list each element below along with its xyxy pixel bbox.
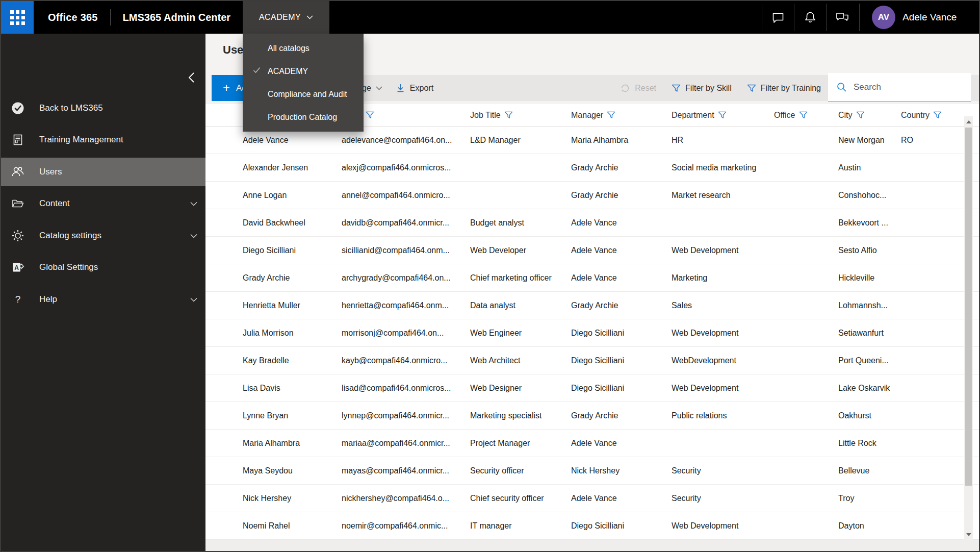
cell-job-title: Web Architect (470, 356, 571, 365)
feedback-button[interactable] (826, 1, 858, 34)
sidebar-item-label: Catalog settings (39, 231, 101, 241)
catalog-option-label: Production Catalog (268, 113, 337, 122)
chevron-down-icon (190, 231, 197, 240)
column-header-office[interactable]: Office (774, 111, 838, 120)
sidebar-item-global-settings[interactable]: A Global Settings (1, 253, 205, 282)
filter-icon[interactable] (799, 111, 808, 119)
cell-manager: Diego Sicilliani (571, 384, 672, 393)
search-input[interactable] (853, 82, 971, 93)
avatar[interactable]: AV (872, 6, 895, 29)
cell-job-title: L&D Manager (470, 136, 571, 145)
cell-name: Noemi Rahel (243, 521, 342, 531)
cell-manager: Grady Archie (571, 191, 672, 200)
sidebar-item-users[interactable]: Users (1, 158, 205, 186)
avatar-initials: AV (878, 12, 889, 22)
top-bar: Office 365 LMS365 Admin Center ACADEMY A… (1, 1, 979, 34)
filter-icon[interactable] (718, 111, 727, 119)
admin-app-icon: A (10, 260, 25, 275)
folder-icon (10, 196, 25, 211)
catalog-selector-button[interactable]: ACADEMY (243, 1, 329, 34)
filter-icon[interactable] (933, 111, 942, 119)
user-name[interactable]: Adele Vance (902, 1, 957, 34)
topbar-divider (859, 4, 860, 31)
app-title[interactable]: LMS365 Admin Center (123, 12, 231, 23)
cell-department: Security (672, 494, 774, 503)
cell-city: Bekkevoort ... (838, 218, 901, 228)
filter-icon[interactable] (607, 111, 615, 119)
table-row[interactable]: Anne Loganannel@compafi464.onmicro...Gra… (205, 182, 979, 209)
app-launcher-button[interactable] (1, 1, 34, 34)
cell-email: sicillianid@compafi464.onm... (342, 246, 470, 255)
catalog-option-academy[interactable]: ACADEMY (243, 60, 364, 83)
office365-label[interactable]: Office 365 (48, 12, 98, 23)
scrollbar-thumb[interactable] (965, 128, 972, 486)
sidebar-item-back-to-lms365[interactable]: Back to LMS365 (1, 94, 205, 122)
table-row[interactable]: Lisa Davislisad@compafi464.onmicros...We… (205, 374, 979, 402)
table-row[interactable]: David Backwheeldavidb@compafi464.onmicr.… (205, 209, 979, 237)
search-icon (836, 82, 847, 93)
catalog-option-label: ACADEMY (268, 67, 308, 76)
cell-name: Grady Archie (243, 273, 342, 283)
sidebar-item-training-management[interactable]: Training Management (1, 126, 205, 154)
catalog-option-production-catalog[interactable]: Production Catalog (243, 106, 364, 129)
table-row[interactable]: Henrietta Mullerhenrietta@compafi464.onm… (205, 292, 979, 319)
scroll-up-button[interactable] (964, 117, 973, 126)
filter-icon[interactable] (856, 111, 865, 119)
table-row[interactable]: Lynne Bryanlynnep@compafi464.onmicr...Ma… (205, 402, 979, 430)
filter-icon[interactable] (366, 111, 374, 119)
column-header-job-title[interactable]: Job Title (470, 111, 571, 120)
cell-department: Social media marketing (672, 163, 774, 172)
table-row[interactable]: Noemi Rahelnoemir@compafi464.onmic...IT … (205, 512, 979, 540)
table-row[interactable]: Maya Seydoumayas@compafi464.onmicr...Sec… (205, 457, 979, 485)
table-row[interactable]: Kay Bradellekayb@compafi464.onmicro...We… (205, 347, 979, 374)
catalog-option-compliance-and-audit[interactable]: Compliance and Audit (243, 83, 364, 106)
cell-city: Bellevue (838, 466, 901, 475)
filter-by-training-button[interactable]: Filter by Training (747, 84, 821, 93)
notifications-button[interactable] (794, 1, 826, 34)
sidebar-item-help[interactable]: ? Help (1, 285, 205, 314)
cell-name: Kay Bradelle (243, 356, 342, 365)
column-header-label: Country (901, 111, 930, 120)
users-table: NameEmailJob TitleManagerDepartmentOffic… (205, 104, 979, 540)
cell-city: Troy (838, 494, 901, 503)
chat-icon (771, 10, 785, 24)
export-button[interactable]: Export (396, 83, 433, 93)
table-row[interactable]: Alexander Jensenalexj@compafi464.onmicro… (205, 154, 979, 182)
table-row[interactable]: Julia Morrisonmorrisonj@compafi464.on...… (205, 319, 979, 347)
cell-name: Nick Hershey (243, 494, 342, 503)
cell-country: RO (901, 136, 965, 145)
table-row[interactable]: Diego Sicillianisicillianid@compafi464.o… (205, 237, 979, 264)
catalog-option-all-catalogs[interactable]: All catalogs (243, 37, 364, 60)
chat-button[interactable] (762, 1, 794, 34)
cell-email: alexj@compafi464.onmicros... (342, 163, 470, 172)
column-header-label: Department (672, 111, 714, 120)
sidebar-item-catalog-settings[interactable]: Catalog settings (1, 221, 205, 250)
table-row[interactable]: Maria Alhambramariaa@compafi464.onmicr..… (205, 430, 979, 457)
sidebar-item-content[interactable]: Content (1, 189, 205, 218)
horizontal-scrollbar-track[interactable] (205, 540, 979, 551)
cell-city: Hickleville (838, 273, 901, 283)
column-header-country[interactable]: Country (901, 111, 965, 120)
table-row[interactable]: Grady Archiearchygrady@compafi464.on...C… (205, 264, 979, 292)
column-header-manager[interactable]: Manager (571, 111, 672, 120)
cell-job-title: IT manager (470, 521, 571, 531)
filter-by-skill-button[interactable]: Filter by Skill (672, 84, 732, 93)
cell-city: Oakhurst (838, 411, 901, 420)
cell-manager: Adele Vance (571, 246, 672, 255)
cell-manager: Diego Sicilliani (571, 521, 672, 531)
cell-manager: Grady Archie (571, 163, 672, 172)
catalog-selector-label: ACADEMY (259, 13, 301, 22)
reset-button[interactable]: Reset (620, 83, 656, 93)
sidebar-collapse-button[interactable] (184, 70, 198, 85)
scroll-down-button[interactable] (964, 530, 973, 539)
table-row[interactable]: Nick Hersheynickhershey@compafi464.o...C… (205, 485, 979, 512)
cell-email: mariaa@compafi464.onmicr... (342, 439, 470, 448)
vertical-scrollbar[interactable] (964, 116, 973, 540)
column-header-label: Manager (571, 111, 603, 120)
cell-email: morrisonj@compafi464.on... (342, 329, 470, 338)
sidebar-item-label: Help (39, 294, 57, 305)
column-header-city[interactable]: City (838, 111, 901, 120)
column-header-department[interactable]: Department (672, 111, 774, 120)
filter-icon[interactable] (504, 111, 513, 119)
help-icon: ? (10, 292, 25, 307)
